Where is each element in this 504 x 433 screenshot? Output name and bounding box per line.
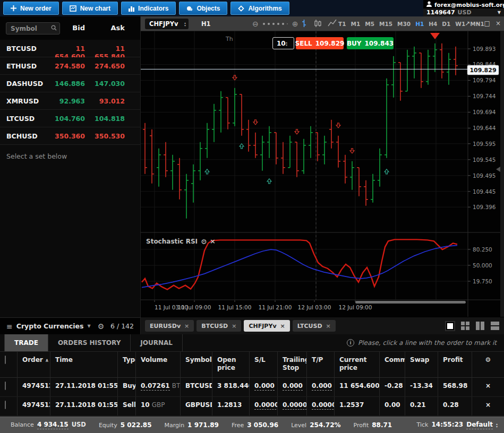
close-icon[interactable]: × xyxy=(184,323,189,330)
indicators-button[interactable]: Indicators xyxy=(121,2,176,15)
candles-style-icon[interactable] xyxy=(314,19,322,29)
tf-w1[interactable]: W1 xyxy=(455,21,465,27)
order-volume[interactable]: 10 xyxy=(141,401,150,409)
order-tp[interactable]: 0.0000 xyxy=(312,401,335,410)
col-profit[interactable]: Profit xyxy=(438,352,472,377)
col-commission[interactable]: Commis xyxy=(380,352,405,377)
order-trailing-stop[interactable]: 0.000 xyxy=(283,382,303,391)
chart-canvas[interactable]: Th109.893109.844109.794109.744109.694109… xyxy=(141,31,504,317)
order-sl[interactable]: 0.000 xyxy=(254,382,275,391)
detach-icon[interactable]: ↗ xyxy=(465,20,471,27)
indicator-settings-gear-icon[interactable]: ⚙ xyxy=(201,238,207,246)
profile-item[interactable]: Default xyxy=(466,421,493,429)
close-icon[interactable]: × xyxy=(326,323,331,330)
select-all-checkbox[interactable] xyxy=(5,356,6,364)
menu-icon[interactable]: ≡ xyxy=(6,322,13,331)
tf-h4[interactable]: H4 xyxy=(429,21,437,27)
scroll-arrow-icon[interactable] xyxy=(496,167,500,172)
order-tp[interactable]: 0.000 xyxy=(312,382,332,391)
new-chart-button[interactable]: New chart xyxy=(62,2,118,15)
col-type[interactable]: Type xyxy=(118,352,136,377)
horizontal-scrollbar[interactable] xyxy=(355,301,466,304)
col-sl[interactable]: S/L xyxy=(250,352,278,377)
new-order-button[interactable]: New order xyxy=(3,2,59,15)
order-sl[interactable]: 0.0000 xyxy=(254,401,278,410)
col-open-price[interactable]: Open price xyxy=(212,352,250,377)
bars-style-icon[interactable] xyxy=(300,19,308,29)
order-trailing-stop[interactable]: 0.0000 xyxy=(283,401,307,410)
col-current-price[interactable]: Current price xyxy=(335,352,380,377)
close-order-icon[interactable]: × xyxy=(472,378,504,396)
order-symbol: GBPUSD xyxy=(181,397,212,415)
chart-tab-chfjpyv[interactable]: CHFJPYv × xyxy=(244,320,289,332)
sell-button[interactable]: SELL 109.829 xyxy=(296,37,344,49)
tf-h1[interactable]: H1 xyxy=(415,21,424,27)
order-row-49745127[interactable]: 49745127 27.11.2018 01:55:03 Sell 10GBP … xyxy=(0,397,504,416)
row-checkbox[interactable] xyxy=(5,401,6,409)
maximize-icon[interactable]: □ xyxy=(484,20,490,27)
col-symbol[interactable]: Symbol xyxy=(181,352,212,377)
row-checkbox[interactable] xyxy=(5,382,6,390)
close-icon[interactable]: × xyxy=(280,323,285,330)
layout-single-icon[interactable] xyxy=(445,321,455,331)
chart-area[interactable]: Th109.893109.844109.794109.744109.694109… xyxy=(141,31,504,317)
layout-rows-icon[interactable] xyxy=(490,321,500,331)
col-order[interactable]: Order∧ xyxy=(18,352,50,377)
layout-columns-icon[interactable] xyxy=(475,321,485,331)
zoom-in-icon[interactable]: ⊕ xyxy=(292,20,298,28)
watchlist-row-xmrusd[interactable]: XMRUSD 92.963 93.012 xyxy=(0,92,140,110)
table-settings-gear-icon[interactable]: ⚙ xyxy=(472,352,504,377)
close-icon[interactable]: × xyxy=(232,323,236,330)
order-volume[interactable]: 0.07261 xyxy=(141,382,170,391)
algorithms-button[interactable]: Algorithms xyxy=(230,2,289,15)
tf-m30[interactable]: M30 xyxy=(397,21,411,27)
col-trailing-stop[interactable]: Trailing Stop xyxy=(278,352,307,377)
chart-tab-btcusd[interactable]: BTCUSD × xyxy=(197,320,241,332)
volume-stepper[interactable]: ▴▾ xyxy=(272,37,294,49)
account-selector[interactable]: 1149647 USD ▼ xyxy=(423,8,504,16)
watchlist-row-bchusd[interactable]: BCHUSD 350.360 350.530 xyxy=(0,127,140,145)
new-order-label: New order xyxy=(20,5,52,12)
tf-d1[interactable]: D1 xyxy=(442,21,450,27)
gear-icon[interactable]: ⚙ xyxy=(98,322,105,331)
tab-orders-history[interactable]: ORDERS HISTORY xyxy=(48,334,131,351)
chart-tab-eurusdv[interactable]: EURUSDv × xyxy=(145,320,194,332)
minimize-icon[interactable]: – xyxy=(476,20,479,27)
col-swap[interactable]: Swap xyxy=(405,352,438,377)
watchlist-row-ethusd[interactable]: ETHUSD 274.580 274.650 xyxy=(0,57,140,75)
ask-price: 104.818 xyxy=(90,115,125,123)
close-icon[interactable]: × xyxy=(496,20,501,27)
layout-grid-icon[interactable] xyxy=(460,321,470,331)
svg-text:11 Jul 09:00: 11 Jul 09:00 xyxy=(178,304,211,310)
zoom-out-icon[interactable]: ⊖ xyxy=(252,20,259,28)
stochastic-rsi-plot xyxy=(142,239,457,289)
vertical-scroll-strip[interactable] xyxy=(500,31,504,317)
tf-t1[interactable]: T1 xyxy=(338,21,346,27)
volume-unit: BTC xyxy=(172,382,181,389)
ask-column-header: Ask xyxy=(90,24,125,32)
order-current-price: 1.2537 xyxy=(335,397,380,415)
tab-journal[interactable]: JOURNAL xyxy=(131,334,183,351)
volume-input[interactable] xyxy=(273,40,286,47)
tf-m15[interactable]: M15 xyxy=(379,21,392,27)
tf-m1[interactable]: M1 xyxy=(351,21,360,27)
tf-m5[interactable]: M5 xyxy=(365,21,374,27)
buy-button[interactable]: BUY 109.843 xyxy=(347,37,394,49)
close-order-icon[interactable]: × xyxy=(472,397,504,415)
col-time[interactable]: Time xyxy=(50,352,118,377)
watchlist-row-dashusd[interactable]: DASHUSD 146.886 147.030 xyxy=(0,75,140,92)
col-tp[interactable]: T/P xyxy=(307,352,335,377)
tab-trade[interactable]: TRADE xyxy=(4,334,48,351)
order-row-49745129[interactable]: 49745129 27.11.2018 01:55:20 Buy 0.07261… xyxy=(0,378,504,397)
chart-tab-ltcusd[interactable]: LTCUSD × xyxy=(293,320,336,332)
balance-value[interactable]: 4 934.15 xyxy=(37,421,69,429)
line-style-icon[interactable] xyxy=(328,19,337,29)
chart-symbol-select[interactable]: CHFJPYv ▴▾ xyxy=(145,19,189,29)
buy-arrow-icon xyxy=(385,169,389,174)
col-volume[interactable]: Volume xyxy=(136,352,181,377)
symbol-set-selector[interactable]: Crypto Currencies xyxy=(16,322,84,330)
watchlist-row-ltcusd[interactable]: LTCUSD 104.760 104.818 xyxy=(0,110,140,127)
indicator-close-icon[interactable]: × xyxy=(210,237,216,245)
watchlist-row-btcusd[interactable]: BTCUSD 11 654.600 11 655.840 xyxy=(0,40,140,57)
objects-button[interactable]: Objects xyxy=(179,2,227,15)
